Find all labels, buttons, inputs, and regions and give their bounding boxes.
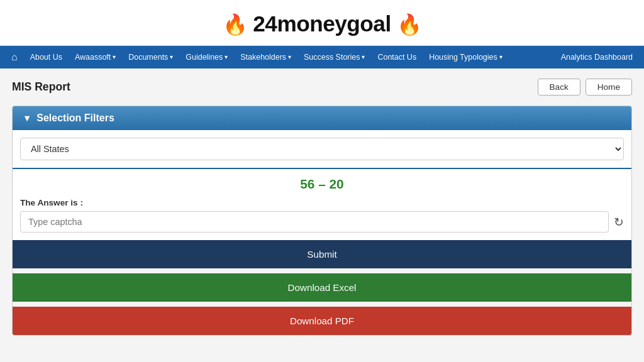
mis-action-buttons: Back Home xyxy=(538,79,633,96)
captcha-section: 56 – 20 The Answer is : ↻ xyxy=(13,168,631,240)
nav-item-stakeholders[interactable]: Stakeholders ▾ xyxy=(234,46,297,69)
action-buttons: Submit Download Excel Download PDF xyxy=(13,240,631,335)
stakeholders-dropdown-arrow: ▾ xyxy=(288,46,291,69)
submit-button[interactable]: Submit xyxy=(13,240,631,268)
site-header: 🔥 24moneygoal 🔥 xyxy=(0,0,644,46)
nav-item-about-us[interactable]: About Us xyxy=(24,46,69,69)
captcha-equation: 56 – 20 xyxy=(20,177,624,192)
awaassoft-dropdown-arrow: ▾ xyxy=(113,46,116,69)
documents-dropdown-arrow: ▾ xyxy=(170,46,173,69)
button-gap-1 xyxy=(13,268,631,273)
captcha-label: The Answer is : xyxy=(20,198,624,207)
fire-left-icon: 🔥 xyxy=(223,13,248,36)
housing-typologies-dropdown-arrow: ▾ xyxy=(499,46,502,69)
main-content: MIS Report Back Home ▼ Selection Filters… xyxy=(4,69,640,346)
nav-item-housing-typologies[interactable]: Housing Typologies ▾ xyxy=(423,46,509,69)
page-title: MIS Report xyxy=(12,80,70,94)
captcha-input-row: ↻ xyxy=(20,211,624,233)
states-dropdown[interactable]: All States xyxy=(20,138,624,160)
nav-item-success-stories[interactable]: Success Stories ▾ xyxy=(297,46,371,69)
site-title: 🔥 24moneygoal 🔥 xyxy=(0,11,644,36)
nav-item-awaassoft[interactable]: Awaassoft ▾ xyxy=(69,46,122,69)
guidelines-dropdown-arrow: ▾ xyxy=(225,46,228,69)
navbar-left: ⌂ About Us Awaassoft ▾ Documents ▾ Guide… xyxy=(5,46,555,69)
filter-icon: ▼ xyxy=(23,113,31,123)
brand-name: 24moneygoal xyxy=(253,11,391,36)
refresh-captcha-icon[interactable]: ↻ xyxy=(614,215,624,229)
button-gap-2 xyxy=(13,302,631,307)
download-pdf-button[interactable]: Download PDF xyxy=(13,307,631,335)
home-icon[interactable]: ⌂ xyxy=(5,46,24,69)
nav-item-guidelines[interactable]: Guidelines ▾ xyxy=(179,46,234,69)
analytics-dashboard-link[interactable]: Analytics Dashboard xyxy=(555,53,639,62)
captcha-input[interactable] xyxy=(20,211,609,233)
mis-bar: MIS Report Back Home xyxy=(12,79,632,96)
fire-right-icon: 🔥 xyxy=(397,13,422,36)
filters-header: ▼ Selection Filters xyxy=(13,106,631,130)
filters-panel: ▼ Selection Filters All States 56 – 20 T… xyxy=(12,106,632,336)
filter-body: All States xyxy=(13,130,631,168)
nav-item-documents[interactable]: Documents ▾ xyxy=(122,46,179,69)
back-button[interactable]: Back xyxy=(538,79,580,96)
filters-header-label: Selection Filters xyxy=(36,112,114,124)
success-stories-dropdown-arrow: ▾ xyxy=(362,46,365,69)
nav-item-contact-us[interactable]: Contact Us xyxy=(371,46,423,69)
navbar: ⌂ About Us Awaassoft ▾ Documents ▾ Guide… xyxy=(0,46,644,69)
download-excel-button[interactable]: Download Excel xyxy=(13,273,631,302)
home-button[interactable]: Home xyxy=(586,79,632,96)
